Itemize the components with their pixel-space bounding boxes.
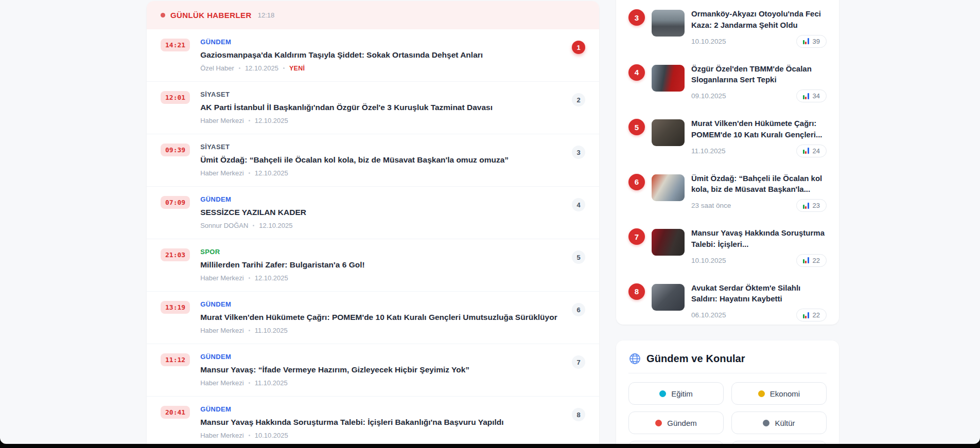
popular-list-item[interactable]: 7 Mansur Yavaş Hakkında Soruşturma Taleb… [628, 227, 827, 267]
news-category-link[interactable]: SPOR [200, 248, 562, 256]
news-body: SİYASET Ümit Özdağ: “Bahçeli ile Öcalan … [200, 143, 562, 177]
popular-list-item[interactable]: 4 Özgür Özel'den TBMM'de Öcalan Sloganla… [628, 63, 827, 103]
meta-dot-icon [249, 172, 250, 174]
news-category-link[interactable]: GÜNDEM [200, 405, 562, 413]
popular-item-body: Ormanköy-Akyazı Otoyolu'nda Feci Kaza: 2… [691, 8, 827, 48]
views-count: 22 [813, 257, 820, 264]
rank-badge: 8 [572, 408, 585, 421]
article-thumbnail[interactable] [652, 65, 685, 92]
news-date: 11.10.2025 [255, 379, 288, 387]
news-author: Özel Haber [200, 64, 234, 72]
popular-meta: 09.10.2025 34 [691, 89, 827, 102]
popular-date: 11.10.2025 [691, 147, 726, 155]
bar-chart-icon [803, 93, 809, 99]
bar-chart-icon [803, 312, 809, 318]
popular-date: 10.10.2025 [691, 257, 726, 264]
popular-list-item[interactable]: 3 Ormanköy-Akyazı Otoyolu'nda Feci Kaza:… [628, 8, 827, 48]
topic-button[interactable]: Sağlık [628, 441, 724, 444]
news-list-item[interactable]: 07:09 GÜNDEM SESSİZCE YAZILAN KADER Sonn… [147, 187, 599, 239]
popular-item-body: Avukat Serdar Öktem'e Silahlı Saldırı: H… [691, 282, 827, 322]
meta-dot-icon [249, 435, 250, 436]
news-headline[interactable]: Ümit Özdağ: “Bahçeli ile Öcalan kol kola… [200, 155, 562, 165]
news-headline[interactable]: Murat Vilken'den Hükümete Çağrı: POMEM'd… [200, 313, 562, 322]
news-body: GÜNDEM Mansur Yavaş: “İfade Vermeye Hazı… [200, 353, 562, 387]
news-category-link[interactable]: GÜNDEM [200, 353, 562, 361]
news-list-item[interactable]: 21:03 SPOR Millilerden Tarihi Zafer: Bul… [147, 239, 599, 292]
views-counter: 39 [796, 35, 827, 48]
news-headline[interactable]: Mansur Yavaş: “İfade Vermeye Hazırım, Gi… [200, 365, 562, 374]
news-date: 12.10.2025 [255, 274, 288, 282]
popular-headline[interactable]: Mansur Yavaş Hakkında Soruşturma Talebi:… [691, 227, 827, 250]
popular-headline[interactable]: Ümit Özdağ: “Bahçeli ile Öcalan kol kola… [691, 173, 827, 195]
news-headline[interactable]: AK Parti İstanbul İl Başkanlığı'ndan Özg… [200, 103, 562, 112]
topic-button[interactable]: Gündem [628, 411, 724, 434]
article-thumbnail[interactable] [652, 119, 685, 146]
news-list-item[interactable]: 09:39 SİYASET Ümit Özdağ: “Bahçeli ile Ö… [147, 134, 599, 187]
news-meta: Haber Merkezi 12.10.2025 [200, 169, 562, 177]
news-list-item[interactable]: 20:41 GÜNDEM Mansur Yavaş Hakkında Soruş… [147, 397, 599, 444]
news-date: 12.10.2025 [255, 117, 288, 124]
news-date: 12.10.2025 [245, 64, 278, 72]
views-counter: 22 [796, 309, 827, 321]
news-date: 12.10.2025 [259, 222, 292, 229]
article-thumbnail[interactable] [652, 10, 685, 37]
popular-rank-badge: 8 [628, 283, 645, 300]
topics-grid: Eğitim Ekonomi Gündem Kültür Sağlık Siya… [628, 382, 827, 444]
rank-badge: 5 [572, 250, 585, 264]
topic-dot-icon [655, 420, 662, 426]
news-headline[interactable]: SESSİZCE YAZILAN KADER [200, 208, 562, 217]
topic-button[interactable]: Kültür [731, 411, 827, 434]
news-list-item[interactable]: 12:01 SİYASET AK Parti İstanbul İl Başka… [147, 82, 599, 134]
news-headline[interactable]: Millilerden Tarihi Zafer: Bulgaristan'a … [200, 260, 562, 270]
popular-item-body: Murat Vilken'den Hükümete Çağrı: POMEM'd… [691, 118, 827, 157]
news-headline[interactable]: Gaziosmanpaşa'da Kaldırım Taşıyla Şiddet… [200, 50, 562, 60]
daily-news-time: 12:18 [258, 11, 275, 19]
popular-rank-badge: 5 [628, 119, 645, 135]
news-category-link[interactable]: GÜNDEM [200, 38, 562, 46]
popular-meta: 11.10.2025 24 [691, 145, 827, 157]
views-count: 22 [813, 311, 820, 319]
popular-date: 10.10.2025 [691, 38, 726, 45]
views-counter: 24 [796, 145, 827, 157]
article-thumbnail[interactable] [652, 174, 685, 201]
news-list-item[interactable]: 11:12 GÜNDEM Mansur Yavaş: “İfade Vermey… [147, 344, 599, 397]
views-counter: 22 [796, 254, 827, 267]
news-body: SİYASET AK Parti İstanbul İl Başkanlığı'… [200, 91, 562, 124]
globe-icon [628, 352, 641, 365]
news-author: Haber Merkezi [200, 169, 244, 177]
popular-meta: 23 saat önce 23 [691, 199, 827, 212]
news-category-link[interactable]: SİYASET [200, 91, 562, 98]
news-author: Haber Merkezi [200, 379, 244, 387]
popular-meta: 06.10.2025 22 [691, 309, 827, 321]
topic-button[interactable]: Siyaset [731, 441, 827, 444]
news-category-link[interactable]: GÜNDEM [200, 300, 562, 308]
news-page: GÜNLÜK HABERLER 12:18 14:21 GÜNDEM Gazio… [0, 0, 980, 444]
news-list-item[interactable]: 14:21 GÜNDEM Gaziosmanpaşa'da Kaldırım T… [147, 29, 599, 82]
meta-dot-icon [239, 67, 240, 69]
article-thumbnail[interactable] [652, 284, 685, 311]
news-body: SPOR Millilerden Tarihi Zafer: Bulgarist… [200, 248, 562, 282]
views-count: 23 [813, 202, 820, 209]
popular-headline[interactable]: Avukat Serdar Öktem'e Silahlı Saldırı: H… [691, 282, 827, 305]
popular-list-item[interactable]: 6 Ümit Özdağ: “Bahçeli ile Öcalan kol ko… [628, 173, 827, 212]
daily-news-card: GÜNLÜK HABERLER 12:18 14:21 GÜNDEM Gazio… [147, 1, 599, 444]
news-category-link[interactable]: SİYASET [200, 143, 562, 151]
time-badge: 21:03 [161, 248, 190, 261]
news-list-item[interactable]: 13:19 GÜNDEM Murat Vilken'den Hükümete Ç… [147, 292, 599, 344]
meta-dot-icon [283, 67, 285, 69]
popular-list-item[interactable]: 8 Avukat Serdar Öktem'e Silahlı Saldırı:… [628, 282, 827, 322]
topic-button[interactable]: Ekonomi [731, 382, 827, 405]
news-category-link[interactable]: GÜNDEM [200, 195, 562, 203]
popular-headline[interactable]: Ormanköy-Akyazı Otoyolu'nda Feci Kaza: 2… [691, 8, 827, 31]
time-badge: 11:12 [161, 353, 190, 366]
topic-button[interactable]: Eğitim [628, 382, 724, 405]
popular-headline[interactable]: Murat Vilken'den Hükümete Çağrı: POMEM'd… [691, 118, 827, 140]
popular-list-item[interactable]: 5 Murat Vilken'den Hükümete Çağrı: POMEM… [628, 118, 827, 157]
popular-rank-badge: 4 [628, 64, 645, 81]
meta-dot-icon [249, 277, 250, 279]
daily-news-title: GÜNLÜK HABERLER [170, 11, 252, 20]
news-headline[interactable]: Mansur Yavaş Hakkında Soruşturma Talebi:… [200, 418, 562, 427]
popular-headline[interactable]: Özgür Özel'den TBMM'de Öcalan Sloganları… [691, 63, 827, 86]
article-thumbnail[interactable] [652, 229, 685, 256]
popular-meta: 10.10.2025 39 [691, 35, 827, 48]
